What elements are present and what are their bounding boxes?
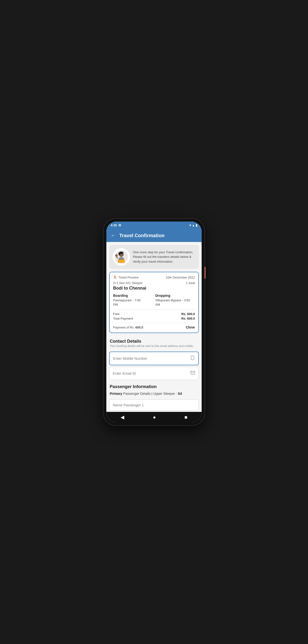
ticket-card: 🪑 Ticket Preview 16th December 2022 2+1 … xyxy=(109,272,199,333)
nav-home-button[interactable]: ● xyxy=(153,414,156,420)
payment-text: Payment of Rs. 600.0 xyxy=(113,326,143,329)
back-button[interactable]: ← xyxy=(111,232,116,238)
header-title: Travel Confirmation xyxy=(119,233,165,238)
passenger-section-title: Passenger Information xyxy=(106,381,202,390)
status-left: 4:35 ⚙ xyxy=(111,224,121,227)
boarding-section: Boarding Pannaipuram - 7:00 PM xyxy=(113,294,146,306)
svg-rect-5 xyxy=(191,356,194,360)
divider-1 xyxy=(113,310,195,310)
boarding-value: Pannaipuram - 7:00 PM xyxy=(113,298,140,306)
passenger-details-text: Passenger Details | Upper Sleeper : xyxy=(123,392,178,396)
close-button[interactable]: Close xyxy=(186,325,195,329)
ticket-route: Bodi to Chennai xyxy=(113,286,195,291)
phone-frame: 4:35 ⚙ ▾ ▴ ▮ ← Travel Confirmation xyxy=(103,219,205,425)
side-button xyxy=(205,267,206,279)
ticket-header-row: 🪑 Ticket Preview 16th December 2022 xyxy=(113,276,195,279)
nav-back-button[interactable]: ◀ xyxy=(120,414,124,420)
ticket-date: 16th December 2022 xyxy=(166,276,195,279)
dropping-value: Villupuram Bypass - 3:55 AM xyxy=(156,298,190,306)
passenger-name-container[interactable] xyxy=(109,400,199,411)
email-icon xyxy=(190,370,195,376)
svg-point-4 xyxy=(115,254,118,257)
signal-icon: ▴ xyxy=(193,224,194,227)
phone-screen: 4:35 ⚙ ▾ ▴ ▮ ← Travel Confirmation xyxy=(106,222,202,422)
status-time: 4:35 xyxy=(111,224,117,227)
contact-section-sub: Your booking details will be sent to thi… xyxy=(106,344,202,350)
nav-bar: ◀ ● ■ xyxy=(106,412,202,422)
main-content: One more step for your Travel confirmati… xyxy=(106,242,202,412)
contact-section-title: Contact Details xyxy=(106,336,202,344)
ticket-preview-label: Ticket Preview xyxy=(118,276,139,279)
mobile-icon xyxy=(190,356,195,362)
divider-2 xyxy=(113,323,195,323)
status-right: ▾ ▴ ▮ xyxy=(189,224,197,227)
battery-icon: ▮ xyxy=(196,224,197,227)
payment-amount: 600.0 xyxy=(135,326,143,329)
boarding-dropping: Boarding Pannaipuram - 7:00 PM Dropping … xyxy=(113,294,195,306)
payment-row: Payment of Rs. 600.0 Close xyxy=(113,325,195,329)
fare-row: Fare Rs. 600.0 xyxy=(113,312,195,316)
total-payment-row: Total Payment Rs. 600.0 xyxy=(113,317,195,320)
bus-type: 2+1 Non A/C Sleeper xyxy=(113,281,143,285)
fare-value: Rs. 600.0 xyxy=(182,312,195,316)
app-header: ← Travel Confirmation xyxy=(106,229,202,242)
dropping-label: Dropping xyxy=(156,294,195,298)
nav-recents-button[interactable]: ■ xyxy=(184,414,187,420)
mobile-input[interactable] xyxy=(113,356,188,360)
total-label: Total Payment xyxy=(113,317,133,320)
promo-avatar xyxy=(113,248,130,266)
svg-point-3 xyxy=(118,252,120,255)
ticket-type-row: 2+1 Non A/C Sleeper 1 Seat xyxy=(113,281,195,285)
avatar-illustration xyxy=(114,250,128,264)
wifi-icon: ▾ xyxy=(189,224,191,227)
settings-icon: ⚙ xyxy=(118,224,121,227)
fare-label: Fare xyxy=(113,312,120,316)
primary-label: Primary xyxy=(110,392,122,396)
email-input-container[interactable] xyxy=(109,367,199,380)
email-input[interactable] xyxy=(113,371,188,375)
passenger-label: Primary Passenger Details | Upper Sleepe… xyxy=(106,390,202,398)
mobile-input-container[interactable] xyxy=(109,352,199,365)
ticket-icon: 🪑 xyxy=(113,276,117,279)
total-value: Rs. 600.0 xyxy=(182,317,195,320)
dropping-section: Dropping Villupuram Bypass - 3:55 AM xyxy=(156,294,195,306)
promo-text: One more step for your Travel confirmati… xyxy=(133,250,195,264)
promo-banner: One more step for your Travel confirmati… xyxy=(109,245,199,269)
seat-badge: S4 xyxy=(178,392,182,396)
ticket-label: 🪑 Ticket Preview xyxy=(113,276,139,279)
boarding-label: Boarding xyxy=(113,294,146,298)
status-bar: 4:35 ⚙ ▾ ▴ ▮ xyxy=(106,222,202,229)
seat-count: 1 Seat xyxy=(186,281,195,285)
passenger-name-input[interactable] xyxy=(113,403,195,407)
